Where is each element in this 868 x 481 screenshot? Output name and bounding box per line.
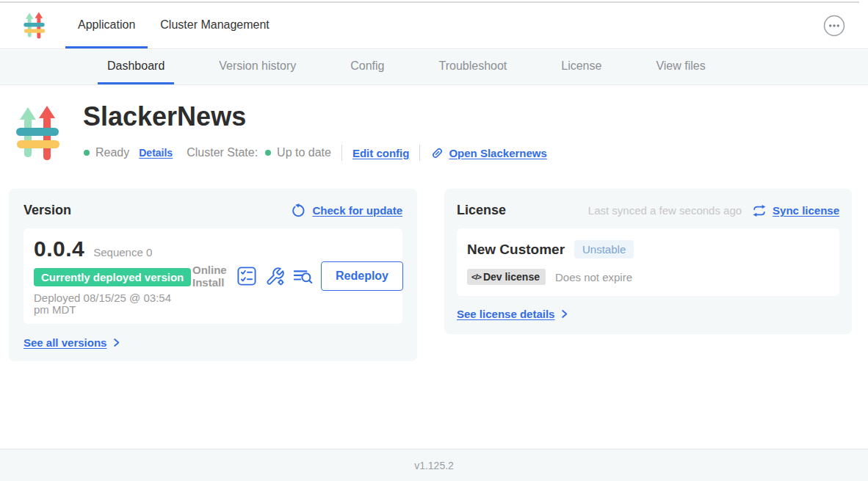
channel-badge: Unstable: [574, 240, 634, 258]
dashboard-cards: Version Check for update 0.0.4 Sequence …: [9, 189, 852, 361]
hashtag-arrows-icon: [16, 103, 60, 164]
sync-license-link[interactable]: Sync license: [773, 204, 839, 217]
sync-license: Sync license: [752, 203, 839, 218]
version-actions: Online Install: [192, 261, 403, 291]
app-status-row: Ready Details Cluster State: Up to date …: [84, 145, 547, 161]
wrench-gear-icon[interactable]: [265, 267, 285, 286]
tab-cluster-management-label: Cluster Management: [160, 18, 270, 32]
see-all-versions-row: See all versions: [23, 336, 402, 349]
top-nav: Application Cluster Management: [0, 3, 868, 49]
version-card-header: Version Check for update: [23, 203, 402, 218]
tab-application-label: Application: [78, 18, 135, 32]
app-status-dot: [84, 150, 90, 156]
cluster-state-label: Cluster State:: [187, 146, 258, 159]
subnav-tab-view-files[interactable]: View files: [646, 50, 715, 84]
see-all-versions-link[interactable]: See all versions: [23, 336, 106, 349]
ellipsis-icon: [822, 14, 846, 37]
subnav-tab-dashboard-label: Dashboard: [107, 59, 164, 73]
license-card: License Last synced a few seconds ago Sy…: [444, 189, 852, 334]
deployed-badge: Currently deployed version: [34, 268, 191, 286]
details-link[interactable]: Details: [139, 147, 173, 159]
subnav-tab-version-history[interactable]: Version history: [209, 50, 305, 84]
see-license-details-row: See license details: [457, 308, 839, 320]
divider: [419, 145, 420, 161]
license-type-badge: </> Dev license: [467, 269, 546, 285]
license-panel: New Customer Unstable </> Dev license Do…: [457, 228, 839, 296]
footer: v1.125.2: [0, 449, 868, 481]
current-version-panel: 0.0.4 Sequence 0 Currently deployed vers…: [23, 228, 402, 324]
check-for-update-link[interactable]: Check for update: [312, 204, 402, 217]
license-type-label: Dev license: [483, 271, 540, 283]
open-app-link[interactable]: Open Slackernews: [449, 147, 546, 159]
divider: [341, 145, 342, 161]
see-license-details-link[interactable]: See license details: [457, 308, 554, 320]
app-sub-nav: Dashboard Version history Config Trouble…: [0, 50, 868, 85]
app-status-text: Ready: [95, 146, 129, 159]
subnav-tab-config-label: Config: [350, 59, 384, 73]
subnav-tab-view-files-label: View files: [656, 59, 705, 73]
license-card-header: License Last synced a few seconds ago Sy…: [457, 203, 839, 218]
more-menu-button[interactable]: [822, 14, 846, 37]
install-type-label: Online Install: [192, 264, 229, 289]
expiry-text: Does not expire: [555, 271, 632, 283]
version-number: 0.0.4: [34, 236, 84, 261]
subnav-tab-license-label: License: [561, 59, 601, 73]
version-card-title: Version: [23, 203, 71, 218]
tab-application[interactable]: Application: [65, 3, 148, 48]
sequence-label: Sequence 0: [93, 246, 152, 258]
subnav-tab-troubleshoot[interactable]: Troubleshoot: [429, 50, 516, 84]
version-info: 0.0.4 Sequence 0 Currently deployed vers…: [34, 236, 192, 316]
refresh-icon: [292, 203, 306, 218]
app-title: SlackerNews: [83, 101, 246, 132]
subnav-tab-config[interactable]: Config: [341, 50, 394, 84]
top-nav-tabs: Application Cluster Management: [65, 3, 282, 48]
last-synced-text: Last synced a few seconds ago: [588, 204, 742, 217]
chevron-right-icon: [111, 337, 122, 348]
sync-arrows-icon: [752, 203, 767, 218]
tab-cluster-management[interactable]: Cluster Management: [148, 3, 282, 48]
code-brackets-icon: </>: [471, 272, 481, 281]
customer-name: New Customer: [467, 242, 565, 258]
cluster-state-dot: [265, 150, 271, 156]
redeploy-button[interactable]: Redeploy: [321, 261, 403, 291]
edit-config-link[interactable]: Edit config: [352, 147, 410, 159]
link-icon: [430, 146, 444, 160]
subnav-tab-license[interactable]: License: [551, 50, 611, 84]
cluster-state-value: Up to date: [277, 146, 331, 159]
console-version: v1.125.2: [414, 460, 454, 471]
version-card: Version Check for update 0.0.4 Sequence …: [9, 189, 417, 361]
app-logo[interactable]: [22, 11, 47, 40]
subnav-tab-troubleshoot-label: Troubleshoot: [438, 59, 507, 73]
hashtag-arrows-icon: [22, 11, 47, 40]
chevron-right-icon: [559, 308, 570, 319]
app-logo-large: [16, 103, 60, 164]
preflight-checks-icon[interactable]: [237, 267, 257, 286]
check-for-update: Check for update: [292, 203, 402, 218]
subnav-tab-version-history-label: Version history: [219, 59, 296, 73]
app-header-section: SlackerNews Ready Details Cluster State:…: [0, 85, 868, 189]
license-card-title: License: [457, 203, 506, 218]
subnav-tab-dashboard[interactable]: Dashboard: [98, 50, 174, 84]
view-logs-icon[interactable]: [293, 267, 313, 286]
deployed-timestamp: Deployed 08/15/25 @ 03:54 pm MDT: [34, 292, 188, 316]
